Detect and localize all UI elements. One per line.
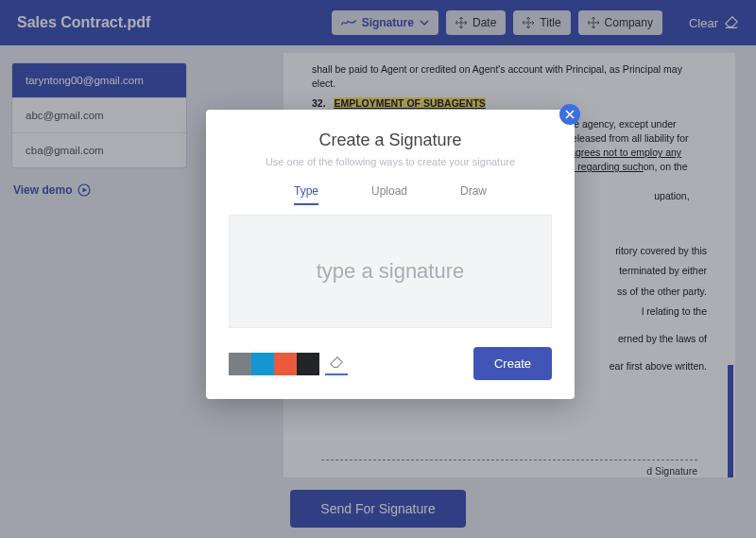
close-icon	[565, 110, 575, 119]
tab-upload[interactable]: Upload	[371, 184, 407, 205]
signature-canvas	[229, 215, 552, 328]
tab-type[interactable]: Type	[294, 184, 318, 205]
modal-subtitle: Use one of the following ways to create …	[229, 156, 552, 167]
color-swatches	[229, 353, 348, 375]
color-swatch-black[interactable]	[297, 353, 319, 375]
modal-footer: Create	[229, 347, 552, 380]
color-swatch-gray[interactable]	[229, 353, 251, 375]
modal-title: Create a Signature	[229, 130, 552, 150]
close-button[interactable]	[559, 104, 580, 125]
eraser-icon	[329, 356, 344, 370]
color-swatch-red[interactable]	[274, 353, 297, 375]
signature-type-input[interactable]	[230, 259, 551, 284]
erase-signature-button[interactable]	[325, 353, 348, 375]
tab-draw[interactable]: Draw	[460, 184, 487, 205]
create-signature-modal: Create a Signature Use one of the follow…	[206, 110, 575, 399]
color-swatch-blue[interactable]	[251, 353, 274, 375]
create-signature-button[interactable]: Create	[473, 347, 552, 380]
signature-method-tabs: Type Upload Draw	[229, 184, 552, 205]
